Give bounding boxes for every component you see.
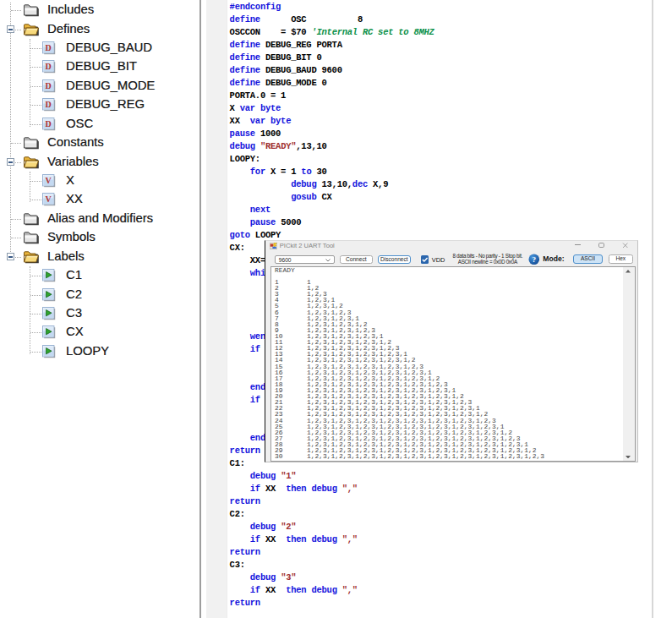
svg-text:V: V bbox=[46, 176, 52, 185]
svg-text:D: D bbox=[46, 81, 52, 90]
svg-text:D: D bbox=[46, 63, 52, 72]
svg-text:D: D bbox=[46, 43, 52, 52]
svg-text:V: V bbox=[46, 195, 52, 205]
svg-text:?: ? bbox=[532, 255, 536, 264]
svg-text:D: D bbox=[46, 100, 52, 109]
svg-text:D: D bbox=[46, 119, 52, 129]
